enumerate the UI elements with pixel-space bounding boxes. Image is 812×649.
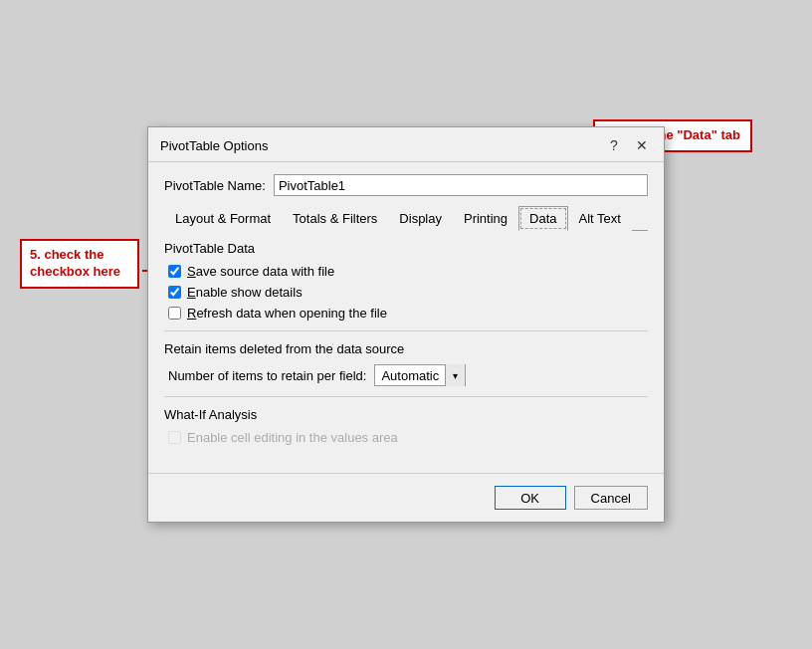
dialog-title-bar: PivotTable Options ? ✕: [148, 127, 664, 162]
name-label: PivotTable Name:: [164, 178, 266, 193]
pivottable-data-section-title: PivotTable Data: [164, 241, 648, 256]
enable-cell-editing-label: Enable cell editing in the values area: [187, 430, 398, 445]
retain-title: Retain items deleted from the data sourc…: [164, 341, 648, 356]
help-button[interactable]: ?: [604, 135, 624, 155]
retain-section: Retain items deleted from the data sourc…: [164, 341, 648, 386]
retain-select-wrapper[interactable]: Automatic ▾: [374, 364, 466, 386]
dialog-footer: OK Cancel: [148, 473, 664, 522]
tabs-row: Layout & Format Totals & Filters Display…: [164, 206, 648, 231]
whatif-section: What-If Analysis Enable cell editing in …: [164, 407, 648, 445]
enable-show-label: Enable show details: [187, 285, 303, 300]
enable-show-checkbox[interactable]: [168, 286, 181, 299]
retain-label: Number of items to retain per field:: [168, 368, 366, 383]
callout-check-checkbox: 5. check the checkbox here: [20, 239, 139, 289]
refresh-data-row: Refresh data when opening the file: [164, 306, 648, 321]
refresh-data-checkbox[interactable]: [168, 307, 181, 320]
save-source-checkbox[interactable]: [168, 265, 181, 278]
name-row: PivotTable Name:: [164, 174, 648, 196]
retain-row: Number of items to retain per field: Aut…: [164, 364, 648, 386]
close-button[interactable]: ✕: [632, 135, 652, 155]
save-source-label: Save source data with file: [187, 264, 334, 279]
title-bar-buttons: ? ✕: [604, 135, 652, 155]
tab-data[interactable]: Data: [518, 206, 567, 231]
tab-totals[interactable]: Totals & Filters: [282, 206, 388, 231]
refresh-data-label: Refresh data when opening the file: [187, 306, 387, 321]
dialog-title: PivotTable Options: [160, 138, 268, 153]
tab-display[interactable]: Display: [388, 206, 453, 231]
divider-2: [164, 396, 648, 397]
whatif-title: What-If Analysis: [164, 407, 648, 422]
dialog-body: PivotTable Name: Layout & Format Totals …: [148, 162, 664, 463]
cancel-button[interactable]: Cancel: [574, 486, 648, 510]
save-source-row: Save source data with file: [164, 264, 648, 279]
ok-button[interactable]: OK: [495, 486, 566, 510]
tab-printing[interactable]: Printing: [453, 206, 518, 231]
retain-select-arrow: ▾: [445, 364, 465, 386]
enable-show-row: Enable show details: [164, 285, 648, 300]
enable-cell-editing-checkbox[interactable]: [168, 431, 181, 444]
pivottable-name-input[interactable]: [274, 174, 648, 196]
tab-layout[interactable]: Layout & Format: [164, 206, 282, 231]
enable-cell-editing-row: Enable cell editing in the values area: [164, 430, 648, 445]
retain-select-value: Automatic: [375, 368, 445, 383]
tab-alttext[interactable]: Alt Text: [568, 206, 632, 231]
divider-1: [164, 330, 648, 331]
pivottable-options-dialog: PivotTable Options ? ✕ PivotTable Name: …: [147, 126, 665, 523]
